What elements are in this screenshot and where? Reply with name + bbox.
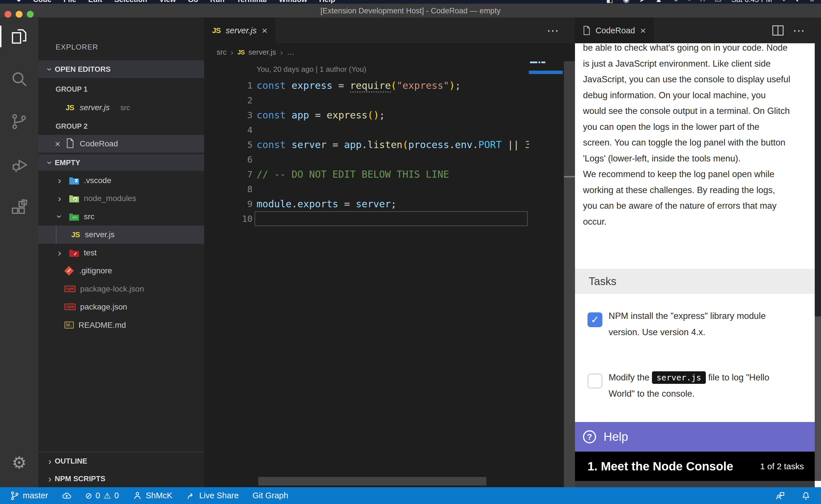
tree-item-serverjs[interactable]: JS server.js [38,226,204,244]
code-line[interactable]: 9module.exports = server; [204,196,529,211]
panel-more-actions-icon[interactable]: ⋯ [793,24,805,38]
open-editors-header[interactable]: › OPEN EDITORS [38,60,204,78]
live-share-button[interactable]: Live Share [186,491,239,501]
code-line[interactable]: 8 [204,182,529,196]
code-line[interactable]: 4 [204,122,529,137]
open-editors-group1-label: GROUP 1 [38,81,204,97]
window-title-bar: [Extension Development Host] - CodeRoad … [0,4,821,18]
editor-scrollbar[interactable] [564,43,575,487]
help-bar[interactable]: ? Help [575,422,815,452]
open-editors-label: OPEN EDITORS [55,65,111,74]
git-graph-button[interactable]: Git Graph [252,491,288,500]
breadcrumb-symbol-more[interactable]: … [287,48,294,57]
outline-section-header[interactable]: › OUTLINE [38,452,204,470]
tree-item-package-json[interactable]: npm package.json [38,298,204,316]
menu-item-run[interactable]: Run [210,0,225,4]
coderoad-paragraph-line: working at these challenges. By reading … [583,182,808,198]
tasks-title: Tasks [589,275,616,288]
notifications-button[interactable] [801,491,811,501]
menubar-status-icon[interactable]: ✎ [672,0,678,4]
lesson-title: 1. Meet the Node Console [587,460,733,473]
menubar-status-icon[interactable]: ∴ [700,0,705,4]
tree-item-gitignore[interactable]: .gitignore [38,262,204,280]
js-file-icon: JS [71,230,80,239]
feedback-button[interactable] [775,491,785,501]
menu-item-edit[interactable]: Edit [88,0,102,4]
folder-root-header[interactable]: › EMPTY [38,154,204,171]
menubar-status-icon[interactable]: ▭ [715,0,722,4]
tree-item-node-modules[interactable]: › js node_modules [38,189,204,207]
coderoad-paragraph-line: We recommend to keep the log panel open … [583,166,808,182]
spotlight-icon[interactable]: ⌖ [782,0,786,4]
menu-item-terminal[interactable]: Terminal [237,0,267,4]
tree-item-readme[interactable]: M↓ README.md [38,316,204,334]
help-label: Help [603,430,628,444]
git-branch-status[interactable]: master [10,491,48,501]
menubar-status-icon[interactable]: ◧ [606,0,613,4]
problems-status[interactable]: ⊘ 0 ⚠ 0 [85,491,119,501]
split-editor-icon[interactable] [772,25,784,36]
breadcrumb[interactable]: src › JS server.js › … [204,43,575,61]
code-line[interactable]: 5const server = app.listen(process.env.P… [204,137,529,152]
search-icon[interactable] [0,63,38,95]
editor-actions-more-icon[interactable]: ⋯ [547,24,559,38]
node-modules-folder-icon: js [69,194,79,203]
code-line[interactable]: 3const app = express(); [204,108,529,122]
webview-scrollbar-track[interactable] [815,316,821,481]
menu-item-help[interactable]: Help [319,0,335,4]
code-line[interactable]: 2 [204,93,529,108]
menu-item-view[interactable]: View [159,0,176,4]
outline-label: OUTLINE [55,457,87,466]
tree-item-test[interactable]: › test [38,244,204,262]
menu-item-selection[interactable]: Selection [114,0,147,4]
tree-item-label: README.md [78,321,126,330]
lesson-footer-bar[interactable]: 1. Meet the Node Console 1 of 2 tasks [575,452,815,481]
tab-serverjs[interactable]: JS server.js × [204,18,275,43]
menubar-status-icon[interactable]: ▲ [655,0,663,4]
lesson-progress: 1 of 2 tasks [760,462,804,471]
menubar-clock[interactable]: Sat 6:45 PM [731,0,772,4]
task2-checkbox[interactable] [587,374,602,388]
code-line[interactable]: 6 [204,152,529,167]
close-tab-icon[interactable]: × [640,25,646,36]
siri-icon[interactable]: ◐ [796,0,800,4]
breadcrumb-folder[interactable]: src [217,48,227,57]
source-control-icon[interactable] [0,106,38,137]
explorer-icon[interactable] [0,21,38,52]
open-editor-item-coderoad[interactable]: × CodeRoad [38,135,204,153]
close-tab-icon[interactable]: × [262,25,268,36]
control-center-icon[interactable]: ≡ [810,0,814,4]
tree-item-src[interactable]: › </> src [38,208,204,226]
code-line[interactable]: 7// -- DO NOT EDIT BELOW THIS LINE [204,167,529,182]
close-icon[interactable]: × [55,138,60,149]
breadcrumb-file[interactable]: server.js [249,48,276,57]
task1-checkbox[interactable]: ✓ [587,312,602,327]
tab-coderoad[interactable]: CodeRoad × [575,18,654,43]
menu-item-file[interactable]: File [64,0,76,4]
settings-gear-icon[interactable]: ⚙ [0,447,38,478]
menu-item-code[interactable]: Code [33,0,52,4]
npm-scripts-section-header[interactable]: › NPM SCRIPTS [38,470,204,487]
menu-item-window[interactable]: Window [279,0,307,4]
apple-logo-icon[interactable]: ● [17,0,21,4]
extensions-icon[interactable] [0,192,38,224]
run-debug-icon[interactable] [0,149,38,181]
open-editor-item-serverjs[interactable]: JS server.js src [38,99,204,116]
code-line[interactable]: 1const express = require("express"); [204,78,529,93]
menubar-status-icon[interactable]: ➤ [639,0,646,4]
menubar-status-icon[interactable]: ◉ [623,0,630,4]
menubar-status-icon[interactable]: • [688,0,691,4]
menu-item-go[interactable]: Go [188,0,198,4]
tree-item-package-lock[interactable]: npm package-lock.json [38,280,204,298]
line-number: 6 [204,152,253,167]
editor-tab-bar: JS server.js × ⋯ [204,18,575,43]
folder-root-label: EMPTY [55,158,80,167]
chevron-right-icon: › [55,193,64,204]
tree-item-vscode[interactable]: › .vscode [38,171,204,189]
horizontal-scrollbar-thumb[interactable] [258,477,486,485]
code-editor[interactable]: 1const express = require("express");23co… [204,18,529,445]
sync-changes-button[interactable] [62,491,71,501]
webview-scrollbar-thumb[interactable] [815,43,821,316]
tab-label: server.js [226,26,257,35]
live-share-user[interactable]: ShMcK [132,491,172,501]
